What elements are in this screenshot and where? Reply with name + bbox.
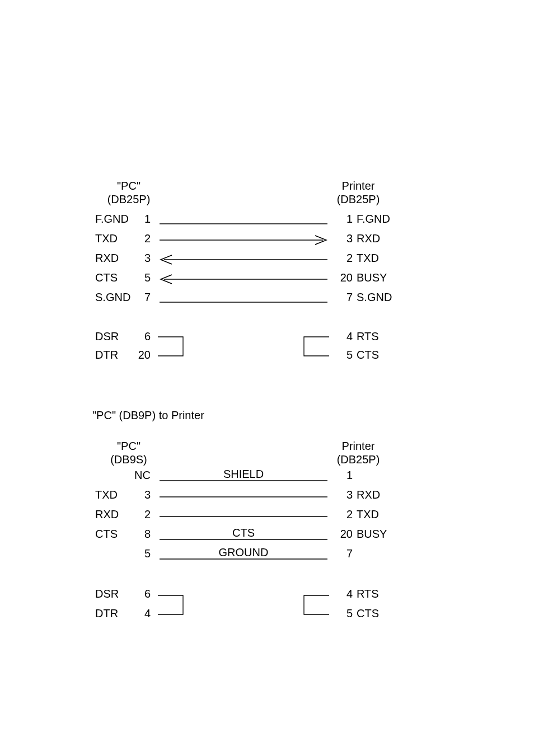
right-signal-name: CTS (357, 607, 407, 620)
left-pin-number: 6 (132, 588, 151, 600)
header-sublabel: (DB9S) (101, 453, 157, 466)
right-signal-name: RXD (357, 232, 407, 245)
right-pin-number: 4 (330, 588, 353, 600)
left-pin-number: 1 (132, 213, 151, 226)
right-pin-number: 5 (330, 349, 353, 361)
connection-line (160, 479, 327, 482)
pinout-row: TXD 3 3 RXD (0, 489, 534, 508)
left-pin-number: 5 (132, 547, 151, 560)
pinout-row: CTS 8 CTS 20 BUSY (0, 528, 534, 547)
left-pin-number: 6 (132, 330, 151, 343)
right-signal-name: CTS (357, 349, 407, 361)
d2-right-header: Printer (DB25P) (330, 439, 386, 466)
left-pin-number: 4 (132, 607, 151, 620)
connection-line (160, 538, 327, 541)
right-pin-number: 1 (330, 213, 353, 226)
right-pin-number: 2 (330, 252, 353, 265)
left-pin-number: 8 (132, 528, 151, 541)
header-sublabel: (DB25P) (330, 453, 386, 466)
bridge-bracket-right (301, 592, 330, 619)
right-pin-number: 20 (330, 271, 353, 284)
connection-line (160, 557, 327, 561)
header-label: "PC" (101, 179, 157, 192)
connection-arrow-left (160, 274, 327, 285)
right-signal-name: RTS (357, 330, 407, 343)
bridge-bracket-left (158, 334, 186, 360)
right-pin-number: 5 (330, 607, 353, 620)
left-pin-number: NC (132, 469, 151, 482)
right-signal-name: RXD (357, 489, 407, 501)
pinout-row: CTS 5 20 BUSY (0, 271, 534, 290)
pinout-row: RXD 3 2 TXD (0, 252, 534, 271)
left-pin-number: 7 (132, 291, 151, 304)
left-pin-number: 2 (132, 232, 151, 245)
pinout-row: DTR 4 5 CTS (0, 607, 534, 626)
right-pin-number: 4 (330, 330, 353, 343)
header-label: "PC" (101, 439, 157, 453)
header-label: Printer (330, 179, 386, 192)
d2-left-header: "PC" (DB9S) (101, 439, 157, 466)
left-pin-number: 2 (132, 508, 151, 521)
right-signal-name: RTS (357, 588, 407, 600)
pinout-row: DSR 6 4 RTS (0, 588, 534, 607)
pinout-row: DSR 6 4 RTS (0, 330, 534, 349)
right-pin-number: 3 (330, 232, 353, 245)
connection-line (160, 515, 327, 518)
right-signal-name: S.GND (357, 291, 407, 304)
left-pin-number: 3 (132, 252, 151, 265)
header-label: Printer (330, 439, 386, 453)
connection-arrow-right (160, 234, 327, 246)
bridge-bracket-right (301, 334, 330, 360)
right-signal-name: F.GND (357, 213, 407, 226)
right-signal-name: TXD (357, 508, 407, 521)
right-pin-number: 20 (330, 528, 353, 541)
left-pin-number: 20 (132, 349, 151, 361)
connection-line (160, 495, 327, 499)
pinout-row: S.GND 7 7 S.GND (0, 291, 534, 310)
pinout-row: TXD 2 3 RXD (0, 232, 534, 251)
pinout-row: DTR 20 5 CTS (0, 349, 534, 368)
right-pin-number: 1 (330, 469, 353, 482)
right-signal-name: BUSY (357, 271, 407, 284)
diagram-subtitle: "PC" (DB9P) to Printer (92, 409, 204, 422)
right-pin-number: 7 (330, 291, 353, 304)
header-sublabel: (DB25P) (101, 192, 157, 206)
left-pin-number: 5 (132, 271, 151, 284)
right-pin-number: 2 (330, 508, 353, 521)
right-signal-name: BUSY (357, 528, 407, 541)
pinout-row: F.GND 1 1 F.GND (0, 213, 534, 232)
pinout-row: NC SHIELD 1 (0, 469, 534, 488)
left-pin-number: 3 (132, 489, 151, 501)
header-sublabel: (DB25P) (330, 192, 386, 206)
wiring-diagram-page: "PC" (DB25P) Printer (DB25P) F.GND 1 1 F… (0, 0, 534, 756)
connection-line (160, 298, 327, 307)
d1-left-header: "PC" (DB25P) (101, 179, 157, 206)
right-pin-number: 7 (330, 547, 353, 560)
right-signal-name: TXD (357, 252, 407, 265)
connection-arrow-left (160, 254, 327, 265)
bridge-bracket-left (158, 592, 186, 619)
connection-line (160, 219, 327, 228)
right-pin-number: 3 (330, 489, 353, 501)
pinout-row: RXD 2 2 TXD (0, 508, 534, 527)
d1-right-header: Printer (DB25P) (330, 179, 386, 206)
pinout-row: 5 GROUND 7 (0, 547, 534, 566)
